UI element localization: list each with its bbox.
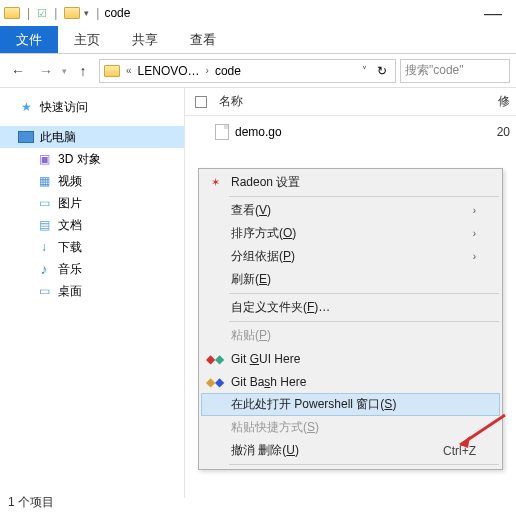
ctx-git-bash[interactable]: ◆◆ Git Bash Here (201, 370, 500, 393)
file-name: demo.go (235, 125, 491, 139)
nav-bar: ← → ▾ ↑ « LENOVO… › code ˅ ↻ 搜索"code" (0, 54, 516, 88)
folder-icon (64, 7, 80, 19)
quick-access-toolbar: | ☑ | ▾ | (4, 6, 102, 20)
minimize-button[interactable]: — (474, 3, 512, 24)
git-icon: ◆◆ (207, 351, 223, 367)
file-date: 20 (497, 125, 516, 139)
file-row[interactable]: demo.go 20 (185, 120, 516, 144)
separator (229, 321, 499, 322)
tab-view[interactable]: 查看 (174, 26, 232, 53)
ctx-paste-shortcut: 粘贴快捷方式(S) (201, 416, 500, 439)
separator (229, 464, 499, 465)
ctx-view[interactable]: 查看(V)› (201, 199, 500, 222)
chevron-down-icon[interactable]: ▾ (84, 8, 89, 18)
sidebar-item-documents[interactable]: ▤ 文档 (0, 214, 184, 236)
sidebar-item-this-pc[interactable]: 此电脑 (0, 126, 184, 148)
separator (229, 196, 499, 197)
separator: | (51, 6, 60, 20)
ctx-sort[interactable]: 排序方式(O)› (201, 222, 500, 245)
select-all-checkbox[interactable] (195, 96, 207, 108)
dropdown-icon[interactable]: ˅ (360, 65, 369, 76)
chevron-down-icon[interactable]: ▾ (62, 66, 67, 76)
back-button[interactable]: ← (6, 59, 30, 83)
status-bar: 1 个项目 (0, 490, 62, 498)
chevron-right-icon: › (473, 205, 476, 216)
chevron-right-icon: › (473, 251, 476, 262)
git-icon: ◆◆ (207, 374, 223, 390)
sidebar-item-quick-access[interactable]: ★ 快速访问 (0, 96, 184, 118)
sidebar-item-music[interactable]: ♪ 音乐 (0, 258, 184, 280)
desktop-icon: ▭ (36, 283, 52, 299)
cube-icon: ▣ (36, 151, 52, 167)
film-icon: ▦ (36, 173, 52, 189)
window-title: code (102, 6, 130, 20)
tab-file[interactable]: 文件 (0, 26, 58, 53)
star-icon: ★ (18, 99, 34, 115)
music-icon: ♪ (36, 261, 52, 277)
chevron-icon[interactable]: « (124, 65, 134, 76)
check-icon: ☑ (37, 7, 47, 20)
ctx-git-gui[interactable]: ◆◆ Git GUI Here (201, 347, 500, 370)
sidebar-item-videos[interactable]: ▦ 视频 (0, 170, 184, 192)
tab-home[interactable]: 主页 (58, 26, 116, 53)
ctx-refresh[interactable]: 刷新(E) (201, 268, 500, 291)
file-icon (215, 124, 229, 140)
up-button[interactable]: ↑ (71, 59, 95, 83)
chevron-right-icon[interactable]: › (204, 65, 211, 76)
separator (229, 293, 499, 294)
sidebar-item-desktop[interactable]: ▭ 桌面 (0, 280, 184, 302)
ctx-group[interactable]: 分组依据(P)› (201, 245, 500, 268)
separator: | (93, 6, 102, 20)
context-menu: ✶ Radeon 设置 查看(V)› 排序方式(O)› 分组依据(P)› 刷新(… (198, 168, 503, 470)
download-icon: ↓ (36, 239, 52, 255)
file-list: demo.go 20 (185, 116, 516, 148)
chevron-right-icon: › (473, 228, 476, 239)
ctx-open-powershell[interactable]: 在此处打开 Powershell 窗口(S) (201, 393, 500, 416)
separator: | (24, 6, 33, 20)
sidebar-item-3d[interactable]: ▣ 3D 对象 (0, 148, 184, 170)
ctx-paste: 粘贴(P) (201, 324, 500, 347)
tab-share[interactable]: 共享 (116, 26, 174, 53)
title-bar: | ☑ | ▾ | code — (0, 0, 516, 26)
radeon-icon: ✶ (207, 175, 223, 191)
pc-icon (18, 129, 34, 145)
address-bar[interactable]: « LENOVO… › code ˅ ↻ (99, 59, 396, 83)
ctx-radeon[interactable]: ✶ Radeon 设置 (201, 171, 500, 194)
forward-button[interactable]: → (34, 59, 58, 83)
shortcut-label: Ctrl+Z (443, 444, 476, 458)
ribbon-tabs: 文件 主页 共享 查看 (0, 26, 516, 54)
folder-icon (4, 7, 20, 19)
address-segment[interactable]: code (215, 64, 241, 78)
search-input[interactable]: 搜索"code" (400, 59, 510, 83)
sidebar-item-downloads[interactable]: ↓ 下载 (0, 236, 184, 258)
picture-icon: ▭ (36, 195, 52, 211)
document-icon: ▤ (36, 217, 52, 233)
sidebar: ★ 快速访问 此电脑 ▣ 3D 对象 ▦ 视频 ▭ 图片 ▤ 文档 ↓ 下载 ♪ (0, 88, 185, 498)
folder-icon (104, 65, 120, 77)
ctx-undo-delete[interactable]: 撤消 删除(U) Ctrl+Z (201, 439, 500, 462)
column-name[interactable]: 名称 (207, 93, 498, 110)
refresh-button[interactable]: ↻ (373, 64, 391, 78)
sidebar-item-pictures[interactable]: ▭ 图片 (0, 192, 184, 214)
column-modified[interactable]: 修 (498, 93, 516, 110)
address-segment[interactable]: LENOVO… (138, 64, 200, 78)
ctx-customize[interactable]: 自定义文件夹(F)… (201, 296, 500, 319)
column-header: 名称 修 (185, 88, 516, 116)
